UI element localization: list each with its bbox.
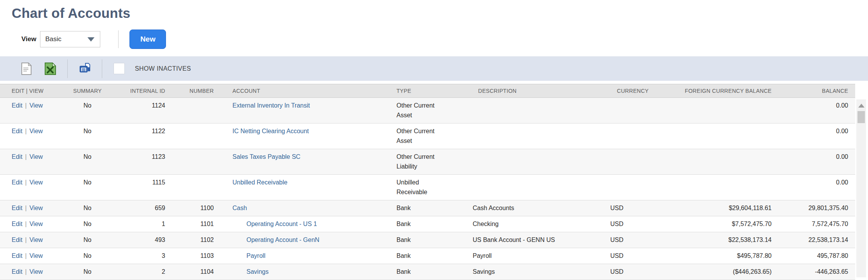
edit-view-cell: Edit|View bbox=[0, 175, 66, 200]
account-cell: Operating Account - GenN bbox=[220, 232, 391, 248]
chart-of-accounts-page: Chart of Accounts View Basic New bbox=[0, 5, 868, 280]
table-row: Edit|View No 1124 External Inventory In … bbox=[0, 98, 855, 123]
internal-id-cell: 2 bbox=[109, 264, 171, 280]
edit-link[interactable]: Edit bbox=[12, 205, 23, 211]
new-button[interactable]: New bbox=[129, 30, 166, 49]
account-cell: Payroll bbox=[220, 248, 391, 264]
account-link[interactable]: IC Netting Clearing Account bbox=[232, 128, 309, 134]
view-link[interactable]: View bbox=[30, 179, 43, 186]
edit-link[interactable]: Edit bbox=[12, 102, 23, 109]
show-inactives-label: SHOW INACTIVES bbox=[135, 65, 191, 72]
type-cell: Bank bbox=[391, 216, 466, 232]
balance-cell: 22,538,173.14 bbox=[777, 232, 855, 248]
link-separator: | bbox=[25, 268, 27, 275]
account-link[interactable]: Cash bbox=[232, 205, 247, 211]
account-link[interactable]: Unbilled Receivable bbox=[232, 179, 287, 186]
toolbar-separator bbox=[102, 59, 102, 78]
account-cell: Operating Account - US 1 bbox=[220, 216, 391, 232]
account-link[interactable]: Sales Taxes Payable SC bbox=[232, 153, 300, 160]
currency-cell: USD bbox=[604, 200, 671, 216]
edit-link[interactable]: Edit bbox=[12, 268, 23, 275]
balance-cell: 0.00 bbox=[777, 175, 855, 200]
link-separator: | bbox=[25, 221, 27, 227]
currency-cell bbox=[604, 149, 671, 175]
col-header-type: TYPE bbox=[391, 84, 466, 98]
foreign-currency-balance-cell bbox=[671, 149, 777, 175]
internal-id-cell: 1115 bbox=[109, 175, 171, 200]
toolbar-separator bbox=[67, 59, 68, 78]
excel-file-icon[interactable] bbox=[44, 63, 56, 75]
edit-link[interactable]: Edit bbox=[12, 128, 23, 134]
spacer bbox=[0, 81, 868, 84]
col-header-number: NUMBER bbox=[171, 84, 220, 98]
view-link[interactable]: View bbox=[30, 268, 43, 275]
edit-link[interactable]: Edit bbox=[12, 179, 23, 186]
type-cell: Bank bbox=[391, 200, 466, 216]
type-cell: Other Current Liability bbox=[391, 149, 466, 175]
foreign-currency-balance-cell bbox=[671, 98, 777, 123]
table-row: Edit|View No 1115 Unbilled Receivable Un… bbox=[0, 175, 855, 200]
summary-cell: No bbox=[66, 123, 109, 149]
scrollbar-thumb[interactable] bbox=[858, 111, 865, 123]
view-link[interactable]: View bbox=[30, 205, 43, 211]
internal-id-cell: 3 bbox=[109, 248, 171, 264]
vertical-scrollbar[interactable] bbox=[856, 99, 866, 277]
edit-view-cell: Edit|View bbox=[0, 264, 66, 280]
description-cell: US Bank Account - GENN US bbox=[466, 232, 604, 248]
list-toolbar: SHOW INACTIVES bbox=[0, 56, 868, 81]
account-cell: Unbilled Receivable bbox=[220, 175, 391, 200]
balance-cell: -446,263.65 bbox=[777, 264, 855, 280]
col-header-edit-view: EDIT | VIEW bbox=[0, 84, 66, 98]
show-inactives-checkbox[interactable] bbox=[114, 63, 125, 74]
printer-icon[interactable] bbox=[79, 63, 91, 75]
col-header-currency: CURRENCY bbox=[604, 84, 671, 98]
view-select[interactable]: Basic bbox=[40, 31, 100, 47]
col-header-summary: SUMMARY bbox=[66, 84, 109, 98]
link-separator: | bbox=[25, 252, 27, 259]
table-row: Edit|View No 1122 IC Netting Clearing Ac… bbox=[0, 123, 855, 149]
edit-link[interactable]: Edit bbox=[12, 221, 23, 227]
col-header-account: ACCOUNT bbox=[220, 84, 391, 98]
currency-cell bbox=[604, 98, 671, 123]
number-cell: 1104 bbox=[171, 264, 220, 280]
csv-file-icon[interactable] bbox=[21, 63, 32, 75]
scroll-up-arrow-icon[interactable] bbox=[858, 104, 865, 108]
description-cell bbox=[466, 175, 604, 200]
currency-cell: USD bbox=[604, 232, 671, 248]
account-link[interactable]: Payroll bbox=[232, 251, 265, 261]
view-link[interactable]: View bbox=[30, 252, 43, 259]
internal-id-cell: 1123 bbox=[109, 149, 171, 175]
summary-cell: No bbox=[66, 248, 109, 264]
view-link[interactable]: View bbox=[30, 153, 43, 160]
view-link[interactable]: View bbox=[30, 102, 43, 109]
account-link[interactable]: External Inventory In Transit bbox=[232, 102, 310, 109]
balance-cell: 0.00 bbox=[777, 149, 855, 175]
account-link[interactable]: Operating Account - US 1 bbox=[232, 219, 317, 229]
page-title: Chart of Accounts bbox=[12, 5, 868, 21]
view-link[interactable]: View bbox=[30, 237, 43, 243]
link-separator: | bbox=[25, 179, 27, 186]
table-row: Edit|View No 1 1101 Operating Account - … bbox=[0, 216, 855, 232]
col-header-foreign-currency-balance: FOREIGN CURRENCY BALANCE bbox=[671, 84, 777, 98]
foreign-currency-balance-cell: $29,604,118.61 bbox=[671, 200, 777, 216]
balance-cell: 0.00 bbox=[777, 123, 855, 149]
edit-link[interactable]: Edit bbox=[12, 237, 23, 243]
summary-cell: No bbox=[66, 149, 109, 175]
edit-view-cell: Edit|View bbox=[0, 232, 66, 248]
account-link[interactable]: Operating Account - GenN bbox=[232, 235, 320, 245]
edit-view-cell: Edit|View bbox=[0, 149, 66, 175]
edit-link[interactable]: Edit bbox=[12, 153, 23, 160]
type-cell: Other Current Asset bbox=[391, 123, 466, 149]
edit-link[interactable]: Edit bbox=[12, 252, 23, 259]
description-cell: Cash Accounts bbox=[466, 200, 604, 216]
number-cell: 1102 bbox=[171, 232, 220, 248]
description-cell bbox=[466, 149, 604, 175]
account-link[interactable]: Savings bbox=[232, 267, 269, 277]
edit-view-cell: Edit|View bbox=[0, 98, 66, 123]
view-link[interactable]: View bbox=[30, 128, 43, 134]
view-link[interactable]: View bbox=[30, 221, 43, 227]
account-cell: IC Netting Clearing Account bbox=[220, 123, 391, 149]
foreign-currency-balance-cell: ($446,263.65) bbox=[671, 264, 777, 280]
currency-cell: USD bbox=[604, 216, 671, 232]
balance-cell: 495,787.80 bbox=[777, 248, 855, 264]
